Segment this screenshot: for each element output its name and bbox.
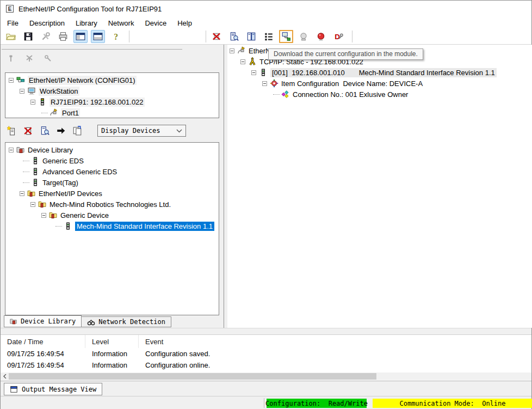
duplicate-device-button[interactable] bbox=[70, 124, 84, 137]
tree-item-generic-eds[interactable]: Generic EDS bbox=[5, 155, 219, 166]
vendor-folder-icon bbox=[49, 211, 58, 219]
printer-icon bbox=[58, 32, 68, 41]
app-window: E EtherNet/IP Configuration Tool for RJ7… bbox=[0, 0, 532, 409]
download-config-button[interactable] bbox=[279, 30, 293, 43]
device-diagnostics-button[interactable] bbox=[227, 30, 241, 43]
tree-label: Mech-Mind Robotics Technologies Ltd. bbox=[50, 200, 171, 209]
collapse-icon[interactable] bbox=[240, 59, 245, 64]
data-diagnostics-button[interactable]: D bbox=[331, 30, 345, 43]
tree-item-module[interactable]: RJ71EIP91: 192.168.001.022 bbox=[5, 96, 219, 107]
main-area: EtherNet/IP Network (CONFIG01) WorkStati… bbox=[1, 45, 531, 328]
vendor-folder-icon bbox=[27, 189, 36, 198]
help-button[interactable]: ? bbox=[108, 30, 122, 43]
collapse-icon[interactable] bbox=[230, 48, 234, 53]
svg-text:D: D bbox=[335, 33, 340, 41]
tree-label: Generic EDS bbox=[42, 157, 84, 165]
tools-button[interactable] bbox=[39, 30, 53, 43]
parameter-list-button[interactable] bbox=[262, 30, 276, 43]
duplicate-device-icon bbox=[72, 126, 82, 136]
print-button[interactable] bbox=[56, 30, 70, 43]
menu-file[interactable]: File bbox=[2, 17, 24, 29]
tree-item-item-configuration[interactable]: Item Configuration Device Name: DEVICE-A bbox=[227, 78, 532, 89]
menu-help[interactable]: Help bbox=[172, 17, 197, 29]
tab-network-detection[interactable]: Network Detection bbox=[82, 316, 171, 327]
gray-tool-icon bbox=[7, 54, 15, 63]
collapse-icon[interactable] bbox=[9, 148, 14, 152]
tree-item-advanced-generic-eds[interactable]: Advanced Generic EDS bbox=[5, 166, 219, 177]
log-header-datetime[interactable]: Date / Time bbox=[1, 335, 85, 348]
log-header-event[interactable]: Event bbox=[139, 335, 531, 348]
module-icon bbox=[38, 97, 47, 106]
tree-label-selected: Mech-Mind Standard Interface Revision 1.… bbox=[75, 222, 214, 231]
collapse-icon[interactable] bbox=[30, 100, 35, 105]
collapse-icon[interactable] bbox=[30, 202, 35, 207]
log-row[interactable]: 09/17/25 16:49:54 Information Configurat… bbox=[1, 348, 531, 359]
tree-item-device-001[interactable]: [001] 192.168.001.010 Mech-Mind Standard… bbox=[227, 67, 532, 78]
device-magnifier-icon bbox=[229, 32, 239, 41]
log-row[interactable]: 09/17/25 16:49:54 Information Configurat… bbox=[1, 359, 531, 371]
device-properties-button[interactable] bbox=[38, 124, 52, 137]
menu-device[interactable]: Device bbox=[139, 17, 172, 29]
devices-icon bbox=[246, 32, 256, 41]
menu-network[interactable]: Network bbox=[103, 17, 140, 29]
eds-device-icon bbox=[64, 222, 72, 230]
stop-online-button[interactable] bbox=[314, 30, 328, 43]
log-header-row: Date / Time Level Event bbox=[1, 335, 531, 348]
device-list-button[interactable] bbox=[244, 30, 258, 43]
tree-item-mech-mind-vendor[interactable]: Mech-Mind Robotics Technologies Ltd. bbox=[5, 199, 219, 210]
toggle-output-pane-button[interactable] bbox=[91, 30, 105, 43]
open-config-button[interactable] bbox=[4, 30, 18, 43]
add-device-button[interactable] bbox=[5, 124, 19, 137]
collapse-icon[interactable] bbox=[41, 213, 46, 218]
log-horizontal-scrollbar[interactable] bbox=[1, 373, 531, 380]
insert-device-button[interactable] bbox=[54, 124, 68, 137]
menu-library[interactable]: Library bbox=[70, 17, 103, 29]
delete-offline-button[interactable] bbox=[209, 30, 224, 43]
tree-item-generic-device[interactable]: Generic Device bbox=[5, 210, 219, 221]
binoculars-icon bbox=[87, 318, 95, 326]
scrollbar-thumb[interactable] bbox=[9, 373, 376, 380]
edit-tool-2-button[interactable] bbox=[23, 52, 35, 64]
tree-item-mech-mind-interface[interactable]: Mech-Mind Standard Interface Revision 1.… bbox=[5, 221, 219, 231]
edit-tool-1-button[interactable] bbox=[5, 52, 17, 64]
list-icon bbox=[264, 32, 274, 41]
horizontal-splitter[interactable] bbox=[1, 328, 531, 335]
tab-device-library[interactable]: Device Library bbox=[4, 315, 82, 327]
tree-label: Connection No.: 001 Exlusive Owner bbox=[293, 90, 408, 99]
scroll-left-button[interactable] bbox=[1, 373, 9, 380]
tab-output-message-view[interactable]: Output Message View bbox=[4, 383, 102, 395]
tree-item-ethernetip-devices[interactable]: EtherNet/IP Devices bbox=[5, 188, 219, 199]
edit-tool-3-button[interactable] bbox=[42, 52, 54, 64]
collapse-icon[interactable] bbox=[20, 191, 24, 196]
tree-item-workstation[interactable]: WorkStation bbox=[5, 86, 219, 96]
menu-description[interactable]: Description bbox=[24, 17, 70, 29]
svg-text:E: E bbox=[8, 6, 12, 12]
delete-red-x-icon bbox=[212, 32, 221, 41]
menu-bar: File Description Library Network Device … bbox=[1, 17, 531, 29]
tree-item-network-root[interactable]: EtherNet/IP Network (CONFIG01) bbox=[5, 75, 219, 86]
network-edit-toolbar bbox=[5, 52, 54, 64]
tree-item-port1[interactable]: Port1 bbox=[5, 107, 219, 118]
vendor-folder-icon bbox=[38, 200, 47, 209]
toolbar-separator bbox=[206, 30, 206, 42]
eds-device-icon bbox=[31, 178, 40, 187]
tree-item-device-library[interactable]: Device Library bbox=[5, 144, 219, 155]
collapse-icon[interactable] bbox=[20, 89, 24, 94]
tree-item-connection-001[interactable]: Connection No.: 001 Exlusive Owner bbox=[227, 89, 532, 100]
log-header-level[interactable]: Level bbox=[85, 335, 139, 348]
tree-label: Advanced Generic EDS bbox=[42, 168, 117, 176]
tree-item-target-tag[interactable]: Target(Tag) bbox=[5, 177, 219, 188]
status-communication-mode: Communication Mode: Online bbox=[373, 399, 532, 408]
toggle-left-pane-button[interactable] bbox=[73, 30, 88, 43]
left-panel-tabs: Device Library Network Detection bbox=[4, 315, 171, 327]
collapse-icon[interactable] bbox=[9, 78, 14, 83]
collapse-icon[interactable] bbox=[251, 70, 256, 75]
save-config-button[interactable] bbox=[21, 30, 35, 43]
upload-config-button[interactable] bbox=[296, 30, 311, 43]
display-mode-select[interactable]: Display Devices bbox=[97, 125, 186, 137]
remove-device-button[interactable] bbox=[21, 124, 35, 137]
library-folder-icon bbox=[16, 145, 25, 154]
status-configuration: Configuration: Read/Write bbox=[267, 399, 367, 408]
collapse-icon[interactable] bbox=[262, 81, 267, 86]
tree-label: Target(Tag) bbox=[42, 179, 78, 187]
